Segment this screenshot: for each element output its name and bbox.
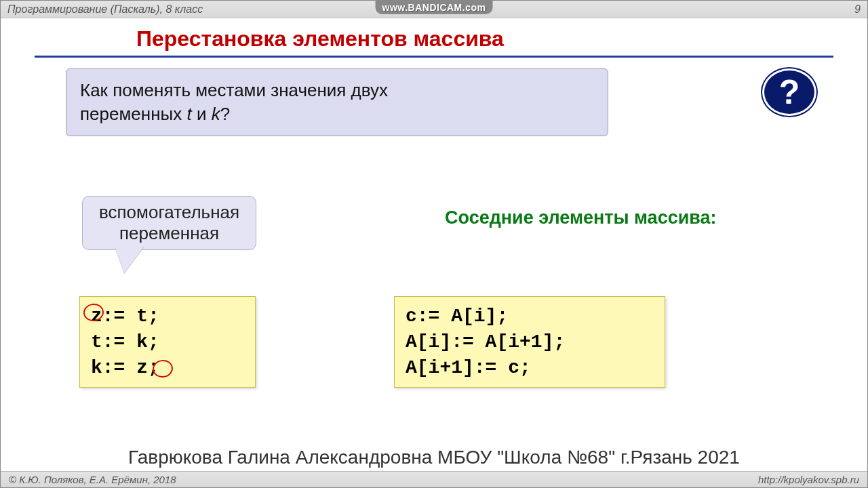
question-suffix: ? [220,104,230,124]
header-left: Программирование (Паскаль), 8 класс [7,3,203,16]
question-mid: и [192,104,212,124]
green-heading: Соседние элементы массива: [445,207,717,228]
question-var2: k [212,104,220,124]
footer-bar: © К.Ю. Поляков, Е.А. Ерёмин, 2018 http:/… [1,471,867,487]
question-box: Как поменять местами значения двух перем… [66,68,608,136]
callout-line2: переменная [119,223,219,243]
question-line1: Как поменять местами значения двух [80,80,388,100]
question-var1: t [186,104,191,124]
page-number: 9 [854,3,861,16]
watermark: www.BANDICAM.com [376,1,493,14]
footer-left: © К.Ю. Поляков, Е.А. Ерёмин, 2018 [9,474,176,485]
teacher-credit: Гаврюкова Галина Александровна МБОУ "Шко… [41,447,827,468]
question-mark-icon: ? [762,68,816,116]
slide-title: Перестановка элементов массива [136,26,867,52]
code-swap-array: c:= A[i]; A[i]:= A[i+1]; A[i+1]:= c; [394,296,665,388]
title-underline [35,56,833,58]
question-line2-prefix: переменных [80,104,186,124]
callout-line1: вспомогательная [99,202,239,222]
callout-tail-icon [115,246,144,273]
callout-helper-var: вспомогательная переменная [82,196,256,250]
slide: Программирование (Паскаль), 8 класс 9 ww… [0,0,868,488]
footer-right: http://kpolyakov.spb.ru [758,474,859,485]
